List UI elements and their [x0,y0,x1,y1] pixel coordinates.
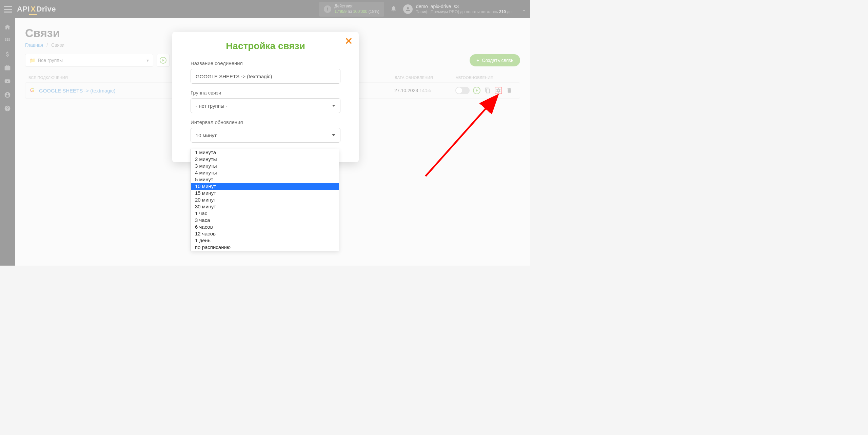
interval-option[interactable]: 2 минуты [191,156,339,163]
interval-option[interactable]: 1 день [191,237,339,244]
connection-name-input[interactable] [191,69,340,84]
label-group: Группа связи [191,90,340,96]
group-select-field[interactable]: - нет группы - [191,98,340,113]
settings-modal: ✕ Настройка связи Название соединения Гр… [172,32,359,162]
modal-title: Настройка связи [172,41,359,51]
label-interval: Интервал обновления [191,119,340,125]
interval-option[interactable]: 3 часа [191,217,339,224]
label-connection-name: Название соединения [191,60,340,66]
interval-select-field[interactable]: 10 минут [191,128,340,143]
interval-option[interactable]: 30 минут [191,203,339,210]
interval-option[interactable]: 6 часов [191,224,339,230]
interval-option[interactable]: 12 часов [191,230,339,237]
interval-option[interactable]: 5 минут [191,176,339,183]
close-icon[interactable]: ✕ [345,37,353,46]
interval-option[interactable]: 4 минуты [191,169,339,176]
interval-option[interactable]: 1 минута [191,149,339,156]
interval-option[interactable]: 10 минут [191,183,339,190]
interval-option[interactable]: 3 минуты [191,163,339,169]
interval-option[interactable]: 15 минут [191,190,339,196]
interval-dropdown: 1 минута2 минуты3 минуты4 минуты5 минут1… [191,149,339,251]
interval-option[interactable]: 1 час [191,210,339,217]
interval-option[interactable]: по расписанию [191,244,339,251]
interval-option[interactable]: 20 минут [191,196,339,203]
